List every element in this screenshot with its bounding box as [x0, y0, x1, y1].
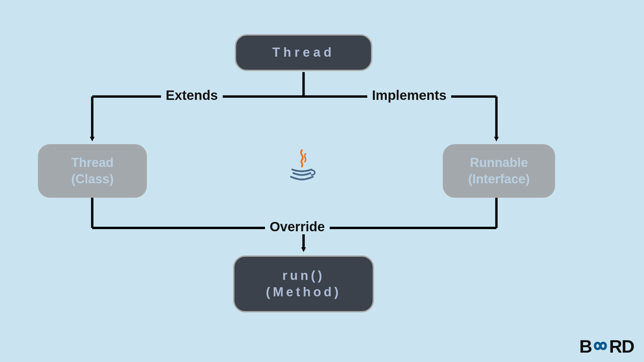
brand-suffix: RD [609, 336, 634, 357]
node-thread-label: Thread [272, 44, 335, 61]
node-thread-class: Thread (Class) [38, 144, 147, 198]
edge-label-extends: Extends [161, 88, 223, 103]
brand-logo: B RD [579, 336, 634, 357]
node-run-method: run() (Method) [233, 255, 374, 312]
node-thread: Thread [235, 34, 372, 71]
edge-label-implements: Implements [367, 88, 451, 103]
node-thread-class-line1: Thread [71, 155, 114, 171]
node-run-line2: (Method) [266, 284, 341, 300]
node-runnable-interface: Runnable (Interface) [443, 144, 555, 198]
node-runnable-line2: (Interface) [468, 171, 530, 187]
node-run-line1: run() [282, 267, 325, 284]
brand-infinity-icon [590, 337, 611, 355]
edge-label-override: Override [265, 219, 330, 234]
diagram-canvas: Thread Extends Implements Thread (Class)… [0, 0, 644, 362]
node-thread-class-line2: (Class) [71, 171, 114, 187]
java-icon [287, 147, 317, 184]
node-runnable-line1: Runnable [470, 155, 528, 171]
